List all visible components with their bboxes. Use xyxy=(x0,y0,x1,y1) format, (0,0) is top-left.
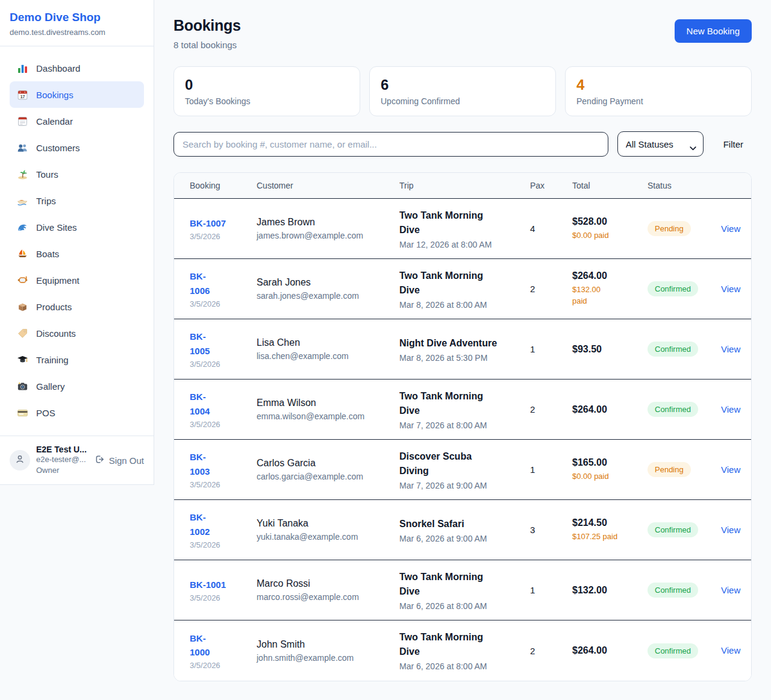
pax-cell: 2 xyxy=(530,646,572,656)
shop-header: Demo Dive Shop demo.test.divestreams.com xyxy=(0,0,154,46)
table-row: BK-10013/5/2026Marco Rossimarco.rossi@ex… xyxy=(174,560,751,620)
view-link[interactable]: View xyxy=(721,525,740,535)
booking-id-link[interactable]: BK-1007 xyxy=(190,216,226,230)
pax-cell: 4 xyxy=(530,223,572,234)
sidebar-item-pos[interactable]: POS xyxy=(10,399,144,426)
view-link[interactable]: View xyxy=(721,645,740,655)
table-row: BK- 10053/5/2026Lisa Chenlisa.chen@examp… xyxy=(174,319,751,380)
actions-cell: View xyxy=(721,585,740,596)
customer-cell: Marco Rossimarco.rossi@example.com xyxy=(257,578,399,602)
sidebar-item-bookings[interactable]: 17Bookings xyxy=(10,81,144,108)
booking-id-link[interactable]: BK- 1006 xyxy=(190,269,210,298)
trip-datetime: Mar 6, 2026 at 8:00 AM xyxy=(399,601,520,611)
actions-cell: View xyxy=(721,284,740,295)
total-cell: $528.00$0.00 paid xyxy=(572,216,648,242)
trips-icon xyxy=(17,195,28,207)
view-link[interactable]: View xyxy=(721,404,740,414)
view-link[interactable]: View xyxy=(721,344,740,354)
pax-cell: 1 xyxy=(530,464,572,475)
trip-name: Two Tank Morning Dive xyxy=(399,630,520,659)
search-input[interactable] xyxy=(173,132,608,157)
booking-id-link[interactable]: BK- 1000 xyxy=(190,631,210,660)
new-booking-button[interactable]: New Booking xyxy=(675,19,752,43)
stat-card-pending-payment: 4Pending Payment xyxy=(565,66,752,116)
stat-label: Today's Bookings xyxy=(185,96,349,106)
stat-card-today-s-bookings: 0Today's Bookings xyxy=(173,66,360,116)
trip-datetime: Mar 6, 2026 at 9:00 AM xyxy=(399,534,520,543)
customer-email: marco.rossi@example.com xyxy=(257,592,399,602)
sidebar-item-tours[interactable]: Tours xyxy=(10,161,144,187)
sidebar-item-trips[interactable]: Trips xyxy=(10,187,144,214)
discounts-icon xyxy=(17,328,28,339)
table-row: BK- 10033/5/2026Carlos Garciacarlos.garc… xyxy=(174,440,751,500)
booking-cell: BK- 10053/5/2026 xyxy=(190,330,257,369)
products-icon xyxy=(17,301,28,313)
column-header-status: Status xyxy=(648,181,721,190)
boats-icon xyxy=(17,248,28,260)
view-link[interactable]: View xyxy=(721,585,740,595)
sign-out-button[interactable]: Sign Out xyxy=(95,454,144,466)
customer-cell: Emma Wilsonemma.wilson@example.com xyxy=(257,398,399,421)
sidebar-item-label: Calendar xyxy=(36,116,73,127)
customer-cell: Sarah Jonessarah.jones@example.com xyxy=(257,277,399,301)
column-header-pax: Pax xyxy=(530,181,572,190)
actions-cell: View xyxy=(721,525,740,536)
booking-date: 3/5/2026 xyxy=(190,299,257,308)
status-filter-select[interactable]: All Statuses xyxy=(617,131,704,157)
booking-id-link[interactable]: BK- 1004 xyxy=(190,390,210,418)
sidebar: Demo Dive Shop demo.test.divestreams.com… xyxy=(0,0,154,485)
status-badge: Confirmed xyxy=(648,342,698,357)
booking-id-link[interactable]: BK- 1003 xyxy=(190,450,210,478)
view-link[interactable]: View xyxy=(721,284,740,294)
customer-name: Emma Wilson xyxy=(257,398,399,408)
booking-id-link[interactable]: BK- 1002 xyxy=(190,510,210,539)
page-title: Bookings xyxy=(173,17,241,34)
status-badge: Pending xyxy=(648,221,691,236)
paid-amount: $0.00 paid xyxy=(572,230,648,242)
actions-cell: View xyxy=(721,344,740,355)
sidebar-item-boats[interactable]: Boats xyxy=(10,240,144,267)
total-amount: $132.00 xyxy=(572,585,648,596)
sidebar-item-customers[interactable]: Customers xyxy=(10,134,144,161)
column-header-booking: Booking xyxy=(190,181,257,190)
customer-name: Carlos Garcia xyxy=(257,458,399,469)
sidebar-item-calendar[interactable]: Calendar xyxy=(10,108,144,134)
trip-datetime: Mar 12, 2026 at 8:00 AM xyxy=(399,240,520,249)
trip-cell: Snorkel SafariMar 6, 2026 at 9:00 AM xyxy=(399,517,530,543)
sidebar-item-dashboard[interactable]: Dashboard xyxy=(10,55,144,81)
shop-domain: demo.test.divestreams.com xyxy=(10,28,144,37)
actions-cell: View xyxy=(721,223,740,234)
booking-id-link[interactable]: BK-1001 xyxy=(190,578,226,592)
trip-datetime: Mar 6, 2026 at 8:00 AM xyxy=(399,661,520,671)
sidebar-item-dive-sites[interactable]: Dive Sites xyxy=(10,214,144,240)
filter-button[interactable]: Filter xyxy=(715,139,752,149)
trip-datetime: Mar 8, 2026 at 5:30 PM xyxy=(399,353,520,363)
sidebar-nav: Dashboard17BookingsCalendarCustomersTour… xyxy=(0,46,154,431)
trip-cell: Two Tank Morning DiveMar 7, 2026 at 8:00… xyxy=(399,389,530,430)
paid-amount: $0.00 paid xyxy=(572,471,648,483)
customer-name: Yuki Tanaka xyxy=(257,518,399,529)
actions-cell: View xyxy=(721,464,740,475)
view-link[interactable]: View xyxy=(721,464,740,475)
sidebar-item-discounts[interactable]: Discounts xyxy=(10,320,144,346)
booking-date: 3/5/2026 xyxy=(190,593,257,602)
sidebar-item-equipment[interactable]: Equipment xyxy=(10,267,144,293)
shop-name: Demo Dive Shop xyxy=(10,11,144,24)
sidebar-item-label: Gallery xyxy=(36,381,65,392)
trip-datetime: Mar 7, 2026 at 8:00 AM xyxy=(399,420,520,430)
sidebar-item-gallery[interactable]: Gallery xyxy=(10,373,144,399)
trip-datetime: Mar 7, 2026 at 9:00 AM xyxy=(399,481,520,490)
customer-email: james.brown@example.com xyxy=(257,231,399,240)
total-cell: $132.00 xyxy=(572,585,648,596)
trip-cell: Two Tank Morning DiveMar 6, 2026 at 8:00… xyxy=(399,570,530,611)
status-badge: Confirmed xyxy=(648,522,698,537)
person-icon xyxy=(14,454,25,467)
trip-name: Night Dive Adventure xyxy=(399,336,520,351)
sidebar-item-products[interactable]: Products xyxy=(10,293,144,320)
booking-id-link[interactable]: BK- 1005 xyxy=(190,330,210,358)
status-cell: Confirmed xyxy=(648,583,721,598)
sidebar-item-training[interactable]: Training xyxy=(10,346,144,373)
view-link[interactable]: View xyxy=(721,223,740,234)
avatar xyxy=(10,450,30,470)
customer-cell: John Smithjohn.smith@example.com xyxy=(257,639,399,663)
